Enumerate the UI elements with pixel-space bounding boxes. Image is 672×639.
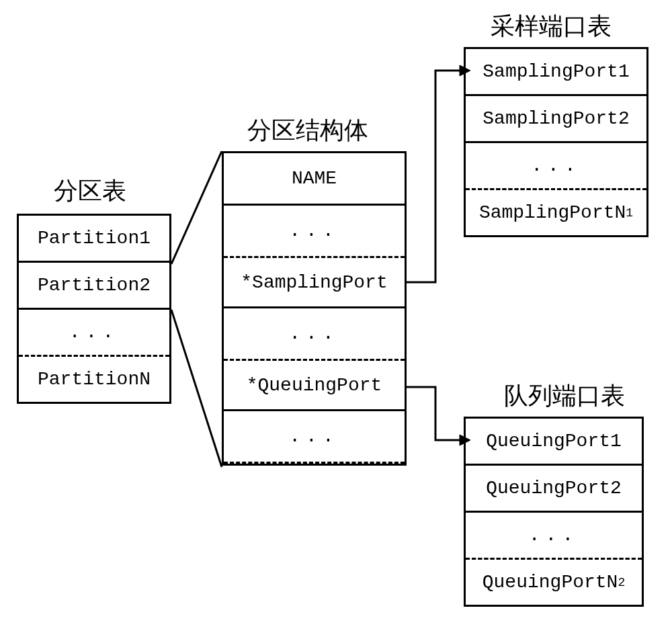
sampling-port-table-title: 采样端口表: [491, 10, 612, 43]
partition-row-2: Partition2: [19, 263, 169, 310]
struct-dots-3: ...: [224, 411, 405, 464]
partition-row-n: PartitionN: [19, 355, 169, 402]
partition-row-dots: ...: [19, 310, 169, 357]
partition-row-1: Partition1: [19, 216, 169, 263]
sampling-row-n: SamplingPortN1: [466, 188, 646, 235]
struct-sampling-ptr: *SamplingPort: [224, 256, 405, 308]
sampling-row-dots: ...: [466, 143, 646, 190]
queuing-row-2: QueuingPort2: [466, 466, 642, 513]
partition-struct-title: 分区结构体: [247, 114, 368, 147]
partition-struct: NAME ... *SamplingPort ... *QueuingPort …: [222, 151, 407, 466]
struct-name-row: NAME: [224, 153, 405, 206]
struct-queuing-ptr: *QueuingPort: [224, 359, 405, 411]
partition-to-struct-bottom: [171, 310, 222, 467]
partition-to-struct-top: [171, 151, 222, 264]
diagram-canvas: 分区表 分区结构体 采样端口表 队列端口表 Partition1 Partiti…: [0, 0, 672, 639]
queuing-pointer-arrow: [407, 387, 470, 445]
sampling-row-1: SamplingPort1: [466, 49, 646, 96]
queuing-row-n-sub: 2: [618, 576, 625, 589]
struct-dots-2: ...: [224, 308, 405, 361]
struct-dots-1: ...: [224, 206, 405, 258]
sampling-pointer-arrow: [407, 65, 470, 282]
queuing-port-table: QueuingPort1 QueuingPort2 ... QueuingPor…: [464, 417, 644, 607]
sampling-port-table: SamplingPort1 SamplingPort2 ... Sampling…: [464, 47, 648, 237]
queuing-row-n-prefix: QueuingPortN: [482, 572, 618, 593]
sampling-row-2: SamplingPort2: [466, 96, 646, 143]
sampling-row-n-sub: 1: [626, 206, 633, 220]
queuing-row-1: QueuingPort1: [466, 419, 642, 466]
partition-table-title: 分区表: [54, 175, 126, 208]
partition-table: Partition1 Partition2 ... PartitionN: [17, 214, 171, 404]
queuing-row-n: QueuingPortN2: [466, 558, 642, 605]
queuing-row-dots: ...: [466, 513, 642, 560]
sampling-row-n-prefix: SamplingPortN: [479, 202, 626, 223]
queuing-port-table-title: 队列端口表: [504, 380, 625, 413]
